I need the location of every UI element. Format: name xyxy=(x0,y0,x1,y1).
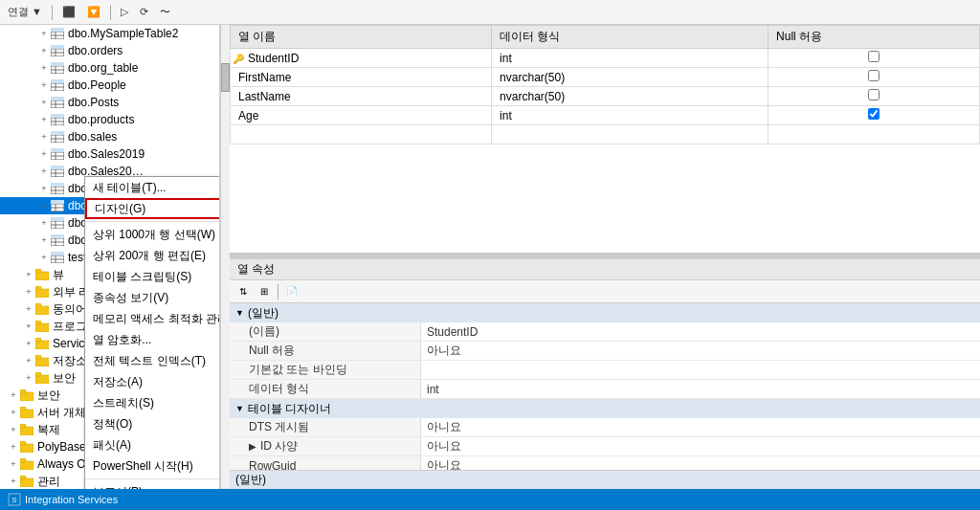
left-scrollbar[interactable] xyxy=(220,25,230,489)
tree-item-sales[interactable]: + dbo.sales xyxy=(0,128,219,145)
tree-item-orders[interactable]: + dbo.orders xyxy=(0,42,219,59)
tree-expand-icon[interactable]: + xyxy=(8,425,19,434)
tree-expand-icon[interactable]: + xyxy=(38,218,50,228)
tree-item-label: 보안 xyxy=(37,388,60,404)
toolbar-btn1[interactable]: ⬛ xyxy=(58,4,79,20)
table-row[interactable]: 🔑 StudentIDint xyxy=(231,49,980,68)
props-row-name: 데이터 형식 xyxy=(230,380,421,398)
tree-item-sales2019[interactable]: + dbo.Sales2019 xyxy=(0,145,219,163)
tree-expand-icon[interactable]: + xyxy=(23,339,34,348)
column-name-cell[interactable]: LastName xyxy=(231,87,492,106)
props-toolbar: ⇅ ⊞ 📄 xyxy=(230,280,980,303)
tree-expand-icon[interactable]: + xyxy=(38,46,50,55)
nullable-cell[interactable] xyxy=(768,106,980,125)
tree-item-label: dbo.Sales2019 xyxy=(68,147,145,161)
tree-expand-icon[interactable]: + xyxy=(23,270,34,279)
scrollbar-thumb[interactable] xyxy=(221,63,230,92)
tree-expand-icon[interactable]: + xyxy=(8,442,19,452)
tree-expand-icon[interactable]: + xyxy=(23,287,34,297)
tree-item-posts[interactable]: + dbo.Posts xyxy=(0,94,219,111)
sep1 xyxy=(52,5,53,20)
table-row[interactable] xyxy=(231,125,980,144)
tree-expand-icon[interactable]: + xyxy=(23,322,34,331)
data-type-cell[interactable]: nvarchar(50) xyxy=(492,87,768,106)
column-name-cell[interactable]: 🔑 StudentID xyxy=(231,49,492,68)
nullable-checkbox[interactable] xyxy=(868,89,880,100)
tree-expand-icon[interactable]: + xyxy=(8,459,19,469)
connection-dropdown[interactable]: 연결 ▼ xyxy=(4,3,46,21)
tree-expand-icon[interactable]: + xyxy=(38,235,50,245)
nullable-checkbox[interactable] xyxy=(868,108,880,120)
data-type-cell[interactable]: int xyxy=(492,106,768,125)
ctx-item-facets[interactable]: 패싯(A) xyxy=(85,434,220,455)
tree-expand-icon[interactable]: + xyxy=(8,477,19,486)
ctx-item-policy[interactable]: 정책(O)▶ xyxy=(85,413,220,434)
ctx-item-powershell[interactable]: PowerShell 시작(H) xyxy=(85,455,220,477)
object-explorer: + dbo.MySampleTable2+ dbo.orders+ dbo.or… xyxy=(0,25,220,489)
ctx-separator xyxy=(85,478,220,479)
table-icon xyxy=(50,146,65,162)
tree-item-mysample2[interactable]: + dbo.MySampleTable2 xyxy=(0,25,219,42)
toolbar-btn2[interactable]: 🔽 xyxy=(83,4,104,20)
props-sort-asc[interactable]: ⇅ xyxy=(234,283,253,300)
tree-expand-icon[interactable]: + xyxy=(38,184,50,193)
column-name-cell[interactable]: Age xyxy=(231,106,492,125)
table-row[interactable]: LastNamenvarchar(50) xyxy=(231,87,980,106)
ctx-item-storage_sub[interactable]: 저장소(A)▶ xyxy=(85,371,220,392)
ctx-item-design[interactable]: 디자인(G) xyxy=(85,198,220,219)
data-type-cell[interactable]: nvarchar(50) xyxy=(492,68,768,87)
tree-item-org_table[interactable]: + dbo.org_table xyxy=(0,59,219,77)
props-section-header[interactable]: ▼테이블 디자이너 xyxy=(230,399,980,418)
nullable-checkbox[interactable] xyxy=(868,51,880,62)
toolbar-btn5[interactable]: 〜 xyxy=(156,3,174,21)
tree-expand-icon[interactable]: + xyxy=(38,132,50,142)
data-type-cell[interactable] xyxy=(492,125,768,144)
nullable-cell[interactable] xyxy=(768,87,980,106)
table-row[interactable]: FirstNamenvarchar(50) xyxy=(231,68,980,87)
tree-expand-icon[interactable]: + xyxy=(38,149,50,159)
toolbar-btn4[interactable]: ⟳ xyxy=(136,4,152,20)
table-row[interactable]: Ageint xyxy=(231,106,980,125)
tree-expand-icon[interactable]: + xyxy=(8,408,19,417)
ctx-item-stretch[interactable]: 스트레치(S)▶ xyxy=(85,392,220,413)
toolbar-btn3[interactable]: ▷ xyxy=(117,4,132,20)
folder-icon xyxy=(34,336,50,351)
tree-expand-icon[interactable]: + xyxy=(38,201,50,211)
ctx-item-report[interactable]: 보고서(P)▶ xyxy=(85,481,220,489)
nullable-checkbox[interactable] xyxy=(868,70,880,81)
folder-icon xyxy=(34,353,50,368)
tree-expand-icon[interactable]: + xyxy=(23,356,34,366)
ctx-item-script_table[interactable]: 테이블 스크립팅(S)▶ xyxy=(85,266,220,287)
svg-rect-80 xyxy=(35,358,49,366)
props-sort-cat[interactable]: ⊞ xyxy=(255,283,274,300)
props-section-header[interactable]: ▼(일반) xyxy=(230,303,980,322)
tree-expand-icon[interactable]: + xyxy=(38,253,50,262)
tree-expand-icon[interactable]: + xyxy=(38,98,50,107)
nullable-cell[interactable] xyxy=(768,49,980,68)
ctx-item-full_text[interactable]: 전체 텍스트 인덱스(T)▶ xyxy=(85,350,220,371)
tree-expand-icon[interactable]: + xyxy=(38,166,50,176)
ctx-item-memory_opt[interactable]: 메모리 액세스 최적화 관리자(M) xyxy=(85,308,220,329)
ctx-item-select_top1000[interactable]: 상위 1000개 행 선택(W) xyxy=(85,224,220,245)
tree-expand-icon[interactable]: + xyxy=(8,390,19,400)
props-pages[interactable]: 📄 xyxy=(282,283,301,300)
tree-item-people[interactable]: + dbo.People xyxy=(0,77,219,94)
tree-expand-icon[interactable]: + xyxy=(38,29,50,38)
tree-item-products[interactable]: + dbo.products xyxy=(0,111,219,128)
tree-expand-icon[interactable]: + xyxy=(38,80,50,90)
props-expand-icon[interactable]: ▶ xyxy=(249,441,256,452)
nullable-cell[interactable] xyxy=(768,68,980,87)
ctx-item-column_encrypt[interactable]: 열 암호화... xyxy=(85,329,220,350)
tree-expand-icon[interactable]: + xyxy=(23,304,34,314)
tree-expand-icon[interactable]: + xyxy=(38,63,50,73)
data-type-cell[interactable]: int xyxy=(492,49,768,68)
context-menu: 새 테이블(T)...디자인(G)상위 1000개 행 선택(W)상위 200개… xyxy=(84,176,220,489)
ctx-item-new_table[interactable]: 새 테이블(T)... xyxy=(85,177,220,198)
column-name-cell[interactable] xyxy=(231,125,492,144)
tree-expand-icon[interactable]: + xyxy=(23,373,34,383)
nullable-cell[interactable] xyxy=(768,125,980,144)
ctx-item-edit_top200[interactable]: 상위 200개 행 편집(E) xyxy=(85,245,220,266)
column-name-cell[interactable]: FirstName xyxy=(231,68,492,87)
tree-expand-icon[interactable]: + xyxy=(38,115,50,124)
ctx-item-properties_view[interactable]: 종속성 보기(V) xyxy=(85,287,220,308)
